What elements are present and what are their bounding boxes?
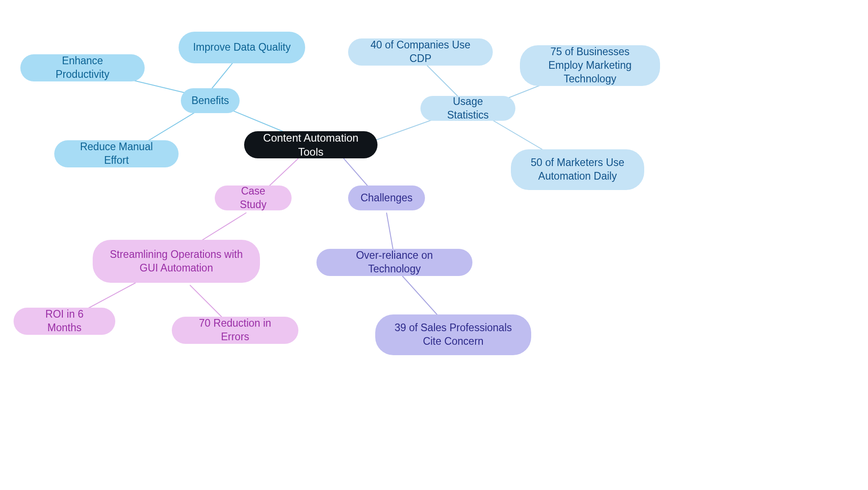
benefits-manual[interactable]: Reduce Manual Effort <box>54 140 179 167</box>
benefits-node[interactable]: Benefits <box>181 88 240 113</box>
casestudy-label: Case Study <box>228 185 278 212</box>
casestudy-errors[interactable]: 70 Reduction in Errors <box>172 317 298 344</box>
challenges-leaf[interactable]: 39 of Sales Professionals Cite Concern <box>375 314 531 355</box>
benefits-productivity[interactable]: Enhance Productivity <box>20 54 145 81</box>
node-label: 50 of Marketers Use Automation Daily <box>524 156 631 183</box>
usage-martech[interactable]: 75 of Businesses Employ Marketing Techno… <box>520 45 660 86</box>
node-label: Enhance Productivity <box>34 54 131 81</box>
node-label: 40 of Companies Use CDP <box>362 38 479 66</box>
casestudy-node[interactable]: Case Study <box>215 186 292 210</box>
benefits-label: Benefits <box>191 94 229 108</box>
challenges-node[interactable]: Challenges <box>348 186 425 210</box>
usage-daily[interactable]: 50 of Marketers Use Automation Daily <box>511 149 644 190</box>
node-label: Streamlining Operations with GUI Automat… <box>106 248 246 275</box>
node-label: 39 of Sales Professionals Cite Concern <box>389 321 518 348</box>
usage-node[interactable]: Usage Statistics <box>420 96 515 121</box>
casestudy-child[interactable]: Streamlining Operations with GUI Automat… <box>93 240 260 283</box>
node-label: Improve Data Quality <box>193 41 291 54</box>
benefits-dataquality[interactable]: Improve Data Quality <box>179 32 305 63</box>
node-label: ROI in 6 Months <box>27 308 102 335</box>
node-label: 70 Reduction in Errors <box>185 317 285 344</box>
center-node[interactable]: Content Automation Tools <box>244 131 377 158</box>
challenges-child[interactable]: Over-reliance on Technology <box>316 249 472 276</box>
node-label: Reduce Manual Effort <box>68 140 165 167</box>
svg-line-13 <box>387 213 393 251</box>
usage-label: Usage Statistics <box>434 95 502 122</box>
node-label: 75 of Businesses Employ Marketing Techno… <box>533 45 646 86</box>
node-label: Over-reliance on Technology <box>330 249 459 276</box>
challenges-label: Challenges <box>360 191 412 205</box>
usage-cdp[interactable]: 40 of Companies Use CDP <box>348 38 493 66</box>
casestudy-roi[interactable]: ROI in 6 Months <box>14 308 115 335</box>
center-label: Content Automation Tools <box>258 131 364 159</box>
